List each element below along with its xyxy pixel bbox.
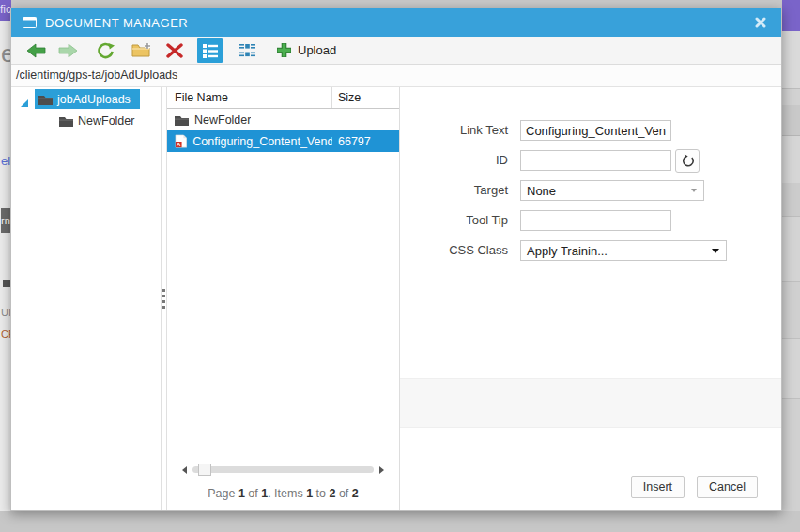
- folder-icon: [59, 115, 73, 127]
- tooltip-input[interactable]: [520, 210, 671, 231]
- tooltip-label: Tool Tip: [400, 210, 520, 231]
- backdrop-icon: [3, 280, 10, 287]
- selected-tree-node[interactable]: jobAdUploads: [35, 89, 140, 109]
- dialog-title: DOCUMENT MANAGER: [45, 16, 188, 30]
- panel-divider-band: [400, 378, 781, 428]
- file-row-newfolder[interactable]: NewFolder: [167, 109, 399, 130]
- refresh-circle-icon: [681, 154, 695, 168]
- backdrop-right-strip: [782, 31, 800, 511]
- id-input[interactable]: [520, 150, 671, 171]
- tree-node-jobaduploads[interactable]: jobAdUploads: [11, 89, 161, 109]
- css-class-value: Apply Trainin...: [527, 244, 608, 258]
- list-view-button[interactable]: [197, 38, 223, 63]
- cancel-button[interactable]: Cancel: [697, 476, 758, 498]
- scrollbar-thumb[interactable]: [198, 464, 211, 476]
- toolbar: Upload: [11, 37, 781, 65]
- forward-icon[interactable]: [58, 43, 77, 58]
- current-path: /clientimg/gps-ta/jobAdUploads: [11, 65, 781, 87]
- column-header-file-name[interactable]: File Name: [167, 87, 332, 108]
- refresh-icon[interactable]: [97, 42, 115, 59]
- target-value: None: [527, 184, 556, 198]
- new-folder-icon[interactable]: [131, 42, 152, 58]
- file-list-header: File Name Size: [167, 87, 399, 109]
- scroll-right-icon[interactable]: [379, 466, 384, 474]
- column-header-size[interactable]: Size: [332, 87, 399, 108]
- horizontal-scrollbar[interactable]: [182, 463, 384, 477]
- collapse-triangle-icon[interactable]: [20, 95, 29, 112]
- id-label: ID: [400, 150, 520, 171]
- chevron-down-icon: [712, 249, 719, 253]
- scrollbar-track[interactable]: [192, 466, 374, 473]
- svg-text:A: A: [177, 142, 181, 147]
- folder-icon: [175, 114, 189, 126]
- css-class-label: CSS Class: [400, 240, 520, 261]
- insert-button[interactable]: Insert: [631, 476, 685, 498]
- upload-label: Upload: [298, 43, 336, 57]
- backdrop-header-fragment-right: [782, 0, 800, 31]
- properties-panel: Link Text ID Target N: [400, 87, 781, 510]
- folder-tree: jobAdUploads NewFolder: [11, 87, 161, 510]
- pane-splitter[interactable]: [161, 87, 167, 510]
- tree-node-newfolder[interactable]: NewFolder: [11, 111, 161, 130]
- target-label: Target: [400, 180, 520, 201]
- plus-icon: [276, 42, 292, 58]
- pdf-file-icon: A: [175, 134, 187, 148]
- file-size: 66797: [332, 135, 399, 148]
- tree-node-label: NewFolder: [78, 114, 134, 128]
- thumbnails-view-button[interactable]: [235, 38, 260, 63]
- scroll-left-icon[interactable]: [182, 466, 187, 474]
- dialog-footer: Insert Cancel: [619, 476, 758, 498]
- link-text-input[interactable]: [520, 120, 671, 141]
- css-class-dropdown[interactable]: Apply Trainin...: [520, 240, 727, 261]
- backdrop-text: el: [1, 154, 10, 168]
- window-icon: [23, 17, 37, 29]
- back-icon[interactable]: [27, 43, 46, 58]
- file-row-selected-pdf[interactable]: A Configuring_Content_Vendo 66797: [167, 130, 399, 152]
- file-list: File Name Size NewFolder A: [167, 87, 400, 510]
- splitter-grip-icon: [162, 286, 165, 312]
- document-manager-dialog: DOCUMENT MANAGER: [10, 8, 782, 511]
- folder-icon: [38, 94, 53, 105]
- target-dropdown[interactable]: None: [520, 180, 704, 201]
- delete-icon[interactable]: [166, 43, 183, 58]
- tree-node-label: jobAdUploads: [57, 93, 131, 106]
- upload-button[interactable]: Upload: [276, 42, 336, 58]
- pager-status: Page 1 of 1. Items 1 to 2 of 2: [167, 487, 399, 500]
- file-name: NewFolder: [194, 114, 251, 127]
- backdrop-bottom-strip: [0, 511, 800, 532]
- file-name: Configuring_Content_Vendo: [192, 135, 332, 148]
- regenerate-id-button[interactable]: [675, 149, 700, 173]
- chevron-down-icon: [691, 189, 697, 192]
- link-text-label: Link Text: [400, 120, 520, 141]
- close-icon[interactable]: [749, 12, 772, 33]
- dialog-titlebar[interactable]: DOCUMENT MANAGER: [11, 8, 781, 37]
